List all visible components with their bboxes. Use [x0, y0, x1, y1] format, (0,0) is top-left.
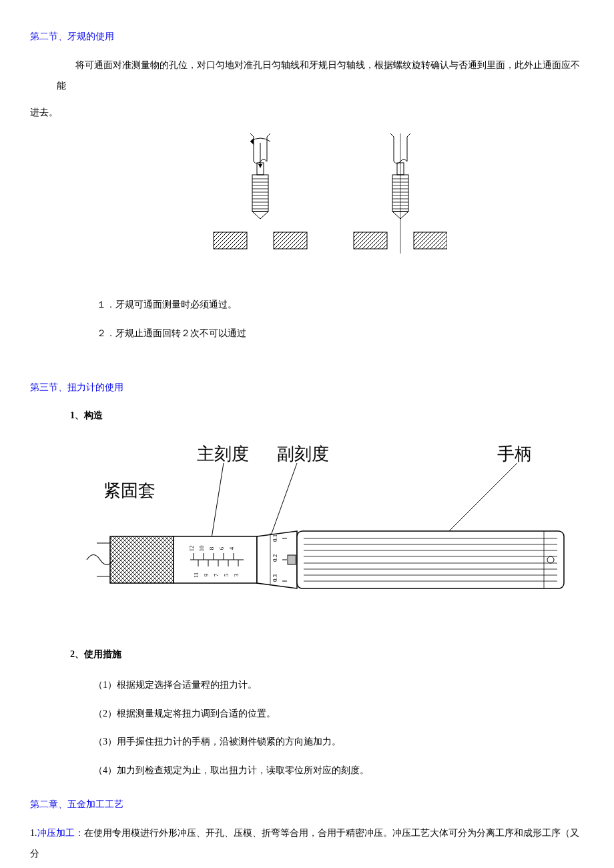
label-fastener: 紧固套: [103, 481, 156, 500]
usage-step-1: （1）根据规定选择合适量程的扭力计。: [93, 675, 584, 696]
section-2-intro-1: 将可通面对准测量物的孔位，对口匀地对准孔日匀轴线和牙规日匀轴线，根据螺纹旋转确认…: [57, 55, 584, 97]
svg-text:5: 5: [223, 573, 230, 576]
svg-text:0.2: 0.2: [272, 554, 278, 562]
svg-rect-82: [297, 531, 564, 588]
section-3-structure-heading: 1、构造: [70, 406, 584, 426]
label-sub-scale: 副刻度: [277, 444, 329, 464]
svg-text:4: 4: [228, 546, 235, 550]
svg-line-41: [210, 463, 224, 546]
section-3-usage-heading: 2、使用措施: [70, 644, 584, 665]
svg-text:3: 3: [233, 573, 240, 576]
svg-marker-16: [252, 211, 268, 219]
svg-rect-37: [354, 232, 387, 249]
svg-rect-38: [414, 232, 447, 249]
usage-step-3: （3）用手握住扭力计的手柄，沿被测件锁紧的方向施加力。: [93, 732, 584, 753]
svg-text:12: 12: [188, 546, 195, 552]
thread-gauge-diagram: [30, 133, 584, 275]
svg-text:0.1: 0.1: [272, 534, 278, 542]
item-1-term: 冲压加工：: [37, 828, 84, 838]
svg-marker-1: [250, 138, 254, 145]
torque-wrench-diagram: 紧固套 主刻度 副刻度 手柄: [57, 443, 584, 624]
svg-text:8: 8: [208, 546, 215, 550]
svg-marker-18: [258, 164, 262, 168]
item-1-number: 1.: [30, 828, 37, 838]
item-1-body: 在使用专用模进行外形冲压、开孔、压模、折弯等合用，合用于精密冲压。冲压工艺大体可…: [30, 828, 579, 859]
label-handle: 手柄: [497, 444, 532, 464]
usage-step-4: （4）加力到检查规定为止，取出扭力计，读取零位所对应的刻度。: [93, 761, 584, 781]
usage-step-2: （2）根据测量规定将扭力调到合适的位置。: [93, 704, 584, 725]
svg-text:0.3: 0.3: [272, 574, 278, 582]
section-2-title: 第二节、牙规的使用: [30, 27, 584, 47]
svg-text:6: 6: [218, 546, 225, 550]
svg-rect-20: [274, 232, 307, 249]
svg-text:9: 9: [203, 573, 210, 576]
svg-text:10: 10: [198, 545, 205, 552]
svg-rect-19: [214, 232, 247, 249]
section-3-title: 第三节、扭力计的使用: [30, 378, 584, 398]
section-2-item-1: １．牙规可通面测量时必须通过。: [97, 295, 584, 316]
section-2-intro-2: 进去。: [30, 103, 584, 123]
svg-text:11: 11: [193, 572, 200, 578]
chapter-2-item-1: 1.冲压加工：在使用专用模进行外形冲压、开孔、压模、折弯等合用，合用于精密冲压。…: [30, 823, 584, 865]
chapter-2-title: 第二章、五金加工工艺: [30, 795, 584, 815]
svg-text:7: 7: [213, 573, 220, 576]
section-2-item-2: ２．牙规止通面回转２次不可以通过: [97, 324, 584, 344]
label-main-scale: 主刻度: [197, 444, 249, 464]
svg-rect-46: [110, 536, 174, 583]
svg-rect-5: [252, 175, 268, 211]
svg-line-43: [444, 463, 517, 536]
